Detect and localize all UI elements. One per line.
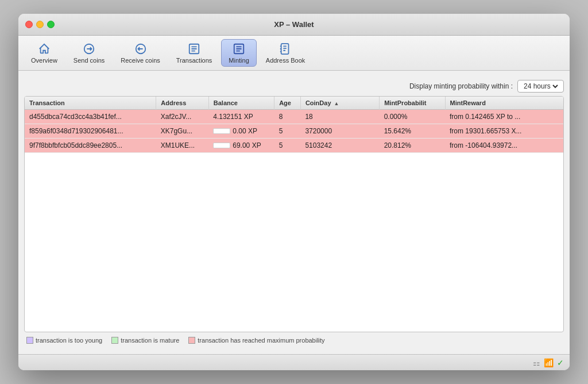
window-title: XP – Wallet xyxy=(274,20,314,29)
status-home-icon: ⚏ xyxy=(533,358,540,367)
cell-balance: 4.132151 XP xyxy=(208,110,274,124)
traffic-lights xyxy=(25,21,55,28)
table-row[interactable]: 9f7f8bbfbfcb05ddc89ee2805... XM1UKE... 6… xyxy=(25,139,563,153)
tab-overview-label: Overview xyxy=(31,57,57,64)
maximize-button[interactable] xyxy=(47,21,55,28)
cell-mintreward: from 19301.665753 X... xyxy=(445,124,563,139)
cell-transaction: f859a6f0348d719302906481... xyxy=(25,124,156,139)
toolbar: Overview Send coins Receive coins xyxy=(18,36,570,71)
tab-minting[interactable]: Minting xyxy=(221,39,256,67)
tab-send-coins[interactable]: Send coins xyxy=(67,40,111,66)
tab-minting-label: Minting xyxy=(229,57,249,64)
col-mintreward[interactable]: MintReward xyxy=(445,97,563,110)
balance-bar xyxy=(213,128,230,134)
balance-value: 0.00 XP xyxy=(233,127,257,135)
table-row[interactable]: d455dbca74cd3cc4a3b41fef... Xaf2cJV... 4… xyxy=(25,110,563,124)
minting-table: Transaction Address Balance Age CoinDay … xyxy=(24,96,564,332)
col-age[interactable]: Age xyxy=(274,97,301,110)
content-area: Display minting probability within : 1 h… xyxy=(18,71,570,354)
cell-mintreward: from -106404.93972... xyxy=(445,139,563,153)
legend-max: transaction has reached maximum probabil… xyxy=(188,337,324,344)
cell-address: XK7gGu... xyxy=(156,124,209,139)
home-icon xyxy=(37,42,51,56)
col-address[interactable]: Address xyxy=(156,97,209,110)
balance-value: 69.00 XP xyxy=(233,141,261,149)
address-book-icon xyxy=(278,42,292,56)
cell-balance: 0.00 XP xyxy=(208,124,274,139)
cell-coinday: 5103242 xyxy=(300,139,379,153)
col-coinday[interactable]: CoinDay ▲ xyxy=(300,97,379,110)
status-check-icon: ✓ xyxy=(557,358,564,367)
cell-mintprobability: 15.642% xyxy=(380,124,445,139)
tab-address-book-label: Address Book xyxy=(266,57,305,64)
send-icon xyxy=(82,42,96,56)
filter-dropdown[interactable]: 1 hour 8 hours 24 hours 7 days 30 days xyxy=(521,82,560,91)
status-signal-icon: 📶 xyxy=(544,358,554,367)
col-balance[interactable]: Balance xyxy=(208,97,274,110)
transactions-icon xyxy=(187,42,201,56)
legend-young: transaction is too young xyxy=(26,337,102,344)
tab-receive-coins[interactable]: Receive coins xyxy=(114,40,167,66)
cell-mintprobability: 0.000% xyxy=(380,110,445,124)
tab-send-coins-label: Send coins xyxy=(74,57,105,64)
cell-address: Xaf2cJV... xyxy=(156,110,209,124)
cell-age: 8 xyxy=(274,110,301,124)
tab-address-book[interactable]: Address Book xyxy=(259,40,312,66)
filter-bar: Display minting probability within : 1 h… xyxy=(24,76,564,96)
legend-mature-label: transaction is mature xyxy=(121,337,179,344)
tab-transactions[interactable]: Transactions xyxy=(169,40,219,66)
sort-arrow-icon: ▲ xyxy=(334,101,339,106)
table-header-row: Transaction Address Balance Age CoinDay … xyxy=(25,97,563,110)
cell-mintprobability: 20.812% xyxy=(380,139,445,153)
close-button[interactable] xyxy=(25,21,33,28)
balance-bar xyxy=(213,143,230,148)
cell-age: 5 xyxy=(274,139,301,153)
col-mintprobability[interactable]: MintProbabilit xyxy=(380,97,445,110)
minting-icon xyxy=(232,42,246,56)
cell-age: 5 xyxy=(274,124,301,139)
balance-value: 4.132151 XP xyxy=(213,113,253,121)
legend-mature-box xyxy=(111,337,118,344)
cell-transaction: d455dbca74cd3cc4a3b41fef... xyxy=(25,110,156,124)
legend-mature: transaction is mature xyxy=(111,337,179,344)
filter-select-wrapper[interactable]: 1 hour 8 hours 24 hours 7 days 30 days xyxy=(517,80,564,93)
cell-mintreward: from 0.142465 XP to ... xyxy=(445,110,563,124)
cell-transaction: 9f7f8bbfbfcb05ddc89ee2805... xyxy=(25,139,156,153)
legend-max-box xyxy=(188,337,195,344)
legend-young-label: transaction is too young xyxy=(36,337,102,344)
status-bar: ⚏ 📶 ✓ xyxy=(18,354,570,370)
cell-coinday: 18 xyxy=(300,110,379,124)
minimize-button[interactable] xyxy=(36,21,44,28)
receive-icon xyxy=(134,42,148,56)
legend-young-box xyxy=(26,337,33,344)
tab-receive-coins-label: Receive coins xyxy=(121,57,160,64)
legend-max-label: transaction has reached maximum probabil… xyxy=(198,337,324,344)
filter-label: Display minting probability within : xyxy=(409,82,513,90)
title-bar: XP – Wallet xyxy=(18,14,570,36)
cell-coinday: 3720000 xyxy=(300,124,379,139)
table-row[interactable]: f859a6f0348d719302906481... XK7gGu... 0.… xyxy=(25,124,563,139)
tab-transactions-label: Transactions xyxy=(176,57,212,64)
cell-address: XM1UKE... xyxy=(156,139,209,153)
tab-overview[interactable]: Overview xyxy=(24,40,64,66)
main-window: XP – Wallet Overview Send coins xyxy=(18,14,570,370)
col-transaction[interactable]: Transaction xyxy=(25,97,156,110)
cell-balance: 69.00 XP xyxy=(208,139,274,153)
legend: transaction is too young transaction is … xyxy=(24,332,564,348)
